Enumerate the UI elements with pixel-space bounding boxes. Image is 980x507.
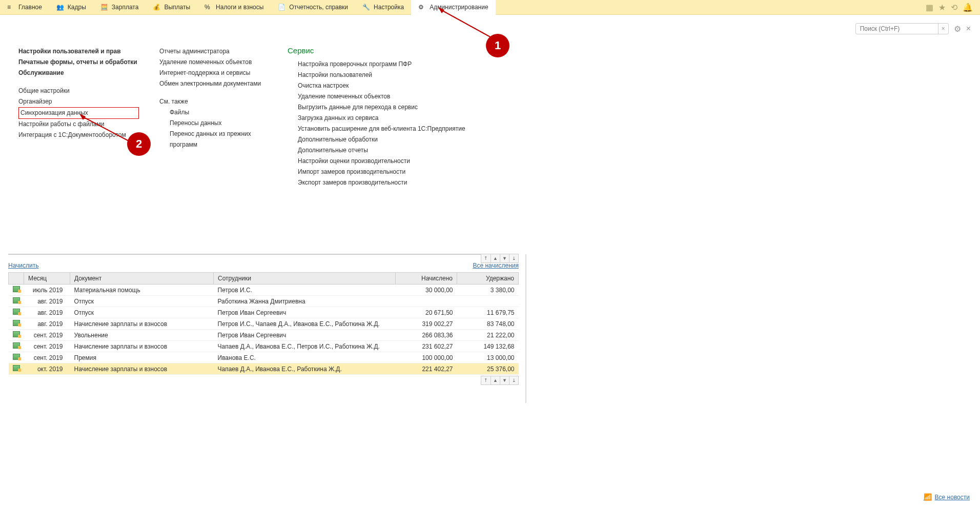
col-icon[interactable] <box>9 273 24 285</box>
link-delete-marked[interactable]: Удаление помеченных объектов <box>159 57 267 68</box>
svc-import-service[interactable]: Загрузка данных из сервиса <box>298 113 472 124</box>
svc-perf-import[interactable]: Импорт замеров производительности <box>298 167 472 177</box>
wrench-icon: 🔧 <box>362 4 370 11</box>
top-navbar: ≡Главное 👥Кадры 🧮Зарплата 💰Выплаты %Нало… <box>0 0 980 15</box>
cell-employees: Петров Иван Сергеевич <box>214 330 396 341</box>
bell-icon[interactable]: 🔔 <box>963 3 973 12</box>
link-print-forms[interactable]: Печатные формы, отчеты и обработки <box>18 57 139 68</box>
link-data-transfers[interactable]: Переносы данных <box>170 118 267 129</box>
svc-extra-processing[interactable]: Дополнительные обработки <box>298 134 472 145</box>
cell-withheld <box>457 296 519 307</box>
svc-perf-export[interactable]: Экспорт замеров производительности <box>298 177 472 188</box>
nav-last-button[interactable]: ⤓ <box>509 376 518 384</box>
link-all-accruals[interactable]: Все начисления <box>473 262 519 269</box>
link-1c-docflow[interactable]: Интеграция с 1С:Документооборотом <box>18 130 139 140</box>
link-legacy-transfer[interactable]: Перенос данных из прежних программ <box>170 129 267 150</box>
table-row[interactable]: сент. 2019УвольнениеПетров Иван Сергееви… <box>9 330 519 341</box>
settings-icon[interactable]: ⚙ <box>954 24 961 34</box>
link-maintenance[interactable]: Обслуживание <box>18 68 139 78</box>
link-user-rights[interactable]: Настройки пользователей и прав <box>18 46 139 57</box>
table-row[interactable]: авг. 2019Начисление зарплаты и взносовПе… <box>9 318 519 330</box>
cell-month: сент. 2019 <box>24 352 70 363</box>
nav-label: Выплаты <box>164 4 190 11</box>
nav-last-button[interactable]: ⤓ <box>509 254 518 262</box>
svc-webclient-ext[interactable]: Установить расширение для веб-клиента 1С… <box>298 124 472 134</box>
cell-month: авг. 2019 <box>24 307 70 318</box>
col-month[interactable]: Месяц <box>24 273 70 285</box>
nav-first-button[interactable]: ⤒ <box>481 376 491 384</box>
cell-document: Начисление зарплаты и взносов <box>70 318 214 330</box>
nav-kadry[interactable]: 👥Кадры <box>49 0 93 15</box>
document-icon <box>13 320 20 326</box>
payroll-table: Месяц Документ Сотрудники Начислено Удер… <box>8 272 519 375</box>
document-icon <box>13 354 20 360</box>
svc-perf-settings[interactable]: Настройки оценки производительности <box>298 156 472 167</box>
svc-user-settings[interactable]: Настройки пользователей <box>298 70 472 80</box>
cell-accrued <box>396 296 457 307</box>
nav-otchetnost[interactable]: 📄Отчетность, справки <box>271 0 355 15</box>
cell-withheld: 13 000,00 <box>457 352 519 363</box>
nav-down-button[interactable]: ▼ <box>500 376 509 384</box>
nav-down-button[interactable]: ▼ <box>500 254 509 262</box>
svc-clear-settings[interactable]: Очистка настроек <box>298 80 472 91</box>
nav-vyplaty[interactable]: 💰Выплаты <box>146 0 197 15</box>
table-row[interactable]: сент. 2019ПремияИванова Е.С.100 000,0013… <box>9 352 519 363</box>
callout-badge-1: 1 <box>486 34 509 57</box>
service-header: Сервис <box>288 46 472 55</box>
nav-first-button[interactable]: ⤒ <box>481 254 491 262</box>
table-row[interactable]: авг. 2019ОтпускПетров Иван Сергеевич20 6… <box>9 307 519 318</box>
nav-label: Отчетность, справки <box>289 4 348 11</box>
link-files[interactable]: Файлы <box>170 107 267 118</box>
nav-up-button[interactable]: ▲ <box>491 254 500 262</box>
table-row[interactable]: июль 2019Материальная помощьПетров И.С.3… <box>9 285 519 296</box>
link-general-settings[interactable]: Общие настройки <box>18 86 139 96</box>
svc-pfr-check[interactable]: Настройка проверочных программ ПФР <box>298 59 472 70</box>
row-icon <box>9 296 24 307</box>
search-input[interactable] <box>856 25 938 32</box>
link-edoc-exchange[interactable]: Обмен электронными документами <box>159 78 267 89</box>
nav-nalogi[interactable]: %Налоги и взносы <box>197 0 271 15</box>
admin-col-2: Отчеты администратора Удаление помеченны… <box>159 46 267 188</box>
link-compute[interactable]: Начислить <box>8 262 38 269</box>
callout-badge-2: 2 <box>127 132 151 156</box>
col-accrued[interactable]: Начислено <box>396 273 457 285</box>
vertical-divider <box>525 254 526 403</box>
link-file-settings[interactable]: Настройки работы с файлами <box>18 119 139 130</box>
nav-label: Кадры <box>68 4 86 11</box>
see-also-header: См. также <box>159 96 267 107</box>
search-clear-button[interactable]: × <box>938 24 948 34</box>
link-all-news[interactable]: 📶 Все новости <box>924 493 970 501</box>
cell-withheld: 83 748,00 <box>457 318 519 330</box>
col-withheld[interactable]: Удержано <box>457 273 519 285</box>
row-icon <box>9 341 24 352</box>
star-icon[interactable]: ★ <box>938 3 946 12</box>
nav-up-button[interactable]: ▲ <box>491 376 500 384</box>
rss-icon: 📶 <box>924 493 932 501</box>
link-organizer[interactable]: Органайзер <box>18 96 139 107</box>
table-row[interactable]: авг. 2019ОтпускРаботкина Жанна Дмитриевн… <box>9 296 519 307</box>
grid-nav-top: ⤒ ▲ ▼ ⤓ <box>481 254 519 263</box>
grid-nav-bottom: ⤒ ▲ ▼ ⤓ <box>481 376 519 385</box>
col-employees[interactable]: Сотрудники <box>214 273 396 285</box>
link-data-sync[interactable]: Синхронизация данных <box>18 107 139 119</box>
col-document[interactable]: Документ <box>70 273 214 285</box>
nav-label: Налоги и взносы <box>216 4 263 11</box>
grid-icon[interactable]: ▦ <box>926 3 933 12</box>
menu-icon: ≡ <box>7 4 14 11</box>
nav-admin[interactable]: ⚙Администрирование <box>411 0 495 15</box>
admin-col-3: Сервис Настройка проверочных программ ПФ… <box>288 46 472 188</box>
svc-export-service[interactable]: Выгрузить данные для перехода в сервис <box>298 102 472 113</box>
table-row[interactable]: сент. 2019Начисление зарплаты и взносовЧ… <box>9 341 519 352</box>
nav-nastroika[interactable]: 🔧Настройка <box>355 0 411 15</box>
cell-month: июль 2019 <box>24 285 70 296</box>
nav-main[interactable]: ≡Главное <box>0 0 49 15</box>
table-row[interactable]: окт. 2019Начисление зарплаты и взносовЧа… <box>9 363 519 375</box>
nav-zarplata[interactable]: 🧮Зарплата <box>93 0 146 15</box>
link-admin-reports[interactable]: Отчеты администратора <box>159 46 267 57</box>
history-icon[interactable]: ⟲ <box>951 3 957 12</box>
link-internet-support[interactable]: Интернет-поддержка и сервисы <box>159 68 267 78</box>
svc-extra-reports[interactable]: Дополнительные отчеты <box>298 145 472 156</box>
svc-delete-marked[interactable]: Удаление помеченных объектов <box>298 91 472 102</box>
close-icon[interactable]: × <box>966 24 971 33</box>
cell-withheld: 11 679,75 <box>457 307 519 318</box>
